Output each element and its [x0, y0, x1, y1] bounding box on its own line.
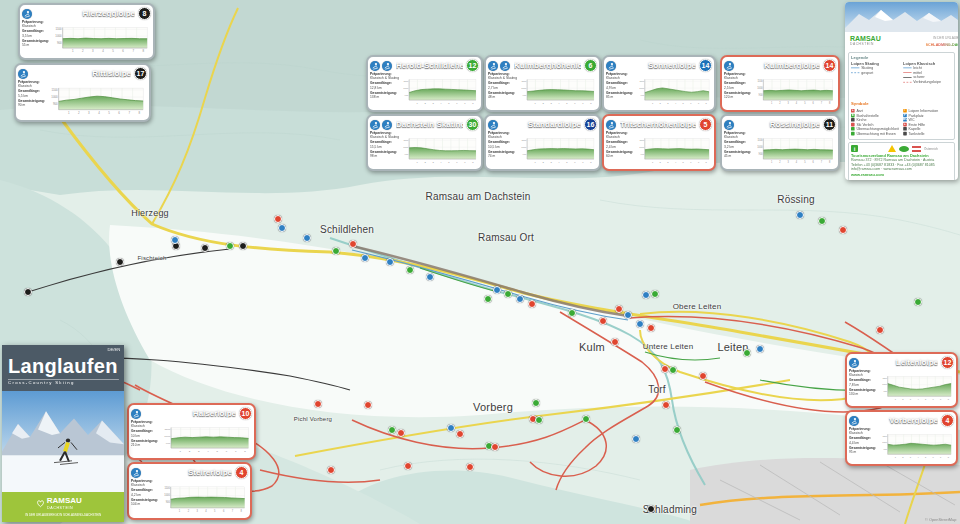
brand-strip: RAMSAU DACHSTEIN IN DER URLAUBSREGION SC…	[2, 492, 124, 522]
website: www.ramsau.com	[851, 172, 952, 176]
trail-marker	[839, 226, 847, 234]
skier-icon	[488, 120, 498, 130]
austria-label: Österreich	[924, 147, 938, 150]
trail-facts: Präparierung:Klassisch & Skating Gesamtl…	[370, 131, 403, 158]
card-header: Halserloipe 10	[131, 407, 252, 420]
trail-number-badge: 17	[134, 67, 147, 80]
svg-text:2: 2	[902, 456, 904, 458]
elevation-profile-chart: 11001000900 12345678	[521, 72, 597, 106]
svg-text:4: 4	[205, 509, 207, 513]
elevation-profile-chart: 11001000900 12345678	[639, 131, 712, 165]
skier-icon	[606, 120, 616, 130]
svg-text:5: 5	[566, 161, 568, 164]
svg-text:3: 3	[910, 398, 912, 400]
symbol-icon: +	[851, 109, 855, 113]
trail-marker	[673, 426, 681, 434]
place-label: Torf	[648, 384, 665, 395]
poster-subtitle: Cross-Country Skiing	[8, 379, 119, 385]
svg-text:7: 7	[128, 111, 130, 115]
trail-marker	[756, 345, 764, 353]
svg-text:3: 3	[550, 161, 552, 164]
skier-icon	[724, 120, 734, 130]
line-sample	[903, 72, 911, 73]
symbol-icon	[851, 127, 855, 131]
svg-text:6: 6	[690, 161, 692, 164]
svg-text:1: 1	[72, 49, 74, 53]
svg-text:4: 4	[917, 398, 919, 400]
map-poster: HierzeggFischteichSchildlehenRamsau am D…	[0, 0, 960, 524]
svg-text:900: 900	[640, 153, 644, 156]
line-sample	[851, 72, 859, 73]
svg-text:900: 900	[640, 94, 644, 97]
svg-text:6: 6	[574, 102, 576, 105]
trail-facts: Präparierung:Klassisch Gesamtlänge:7,8 k…	[849, 369, 882, 396]
svg-text:8: 8	[590, 161, 592, 164]
svg-text:5: 5	[448, 161, 450, 164]
svg-text:1100: 1100	[639, 139, 644, 142]
skier-icon	[18, 69, 28, 79]
symbol-icon	[851, 118, 855, 122]
trail-marker	[332, 247, 340, 255]
trail-marker	[504, 290, 512, 298]
trail-number-badge: 12	[466, 59, 479, 72]
svg-text:7: 7	[698, 102, 700, 105]
trail-marker	[647, 324, 655, 332]
trail-marker	[24, 288, 32, 296]
poster-title: Langlaufen	[8, 355, 118, 378]
elevation-profile-chart: 11001000900 12345678	[757, 131, 836, 165]
trail-facts: Präparierung:Klassisch & Skating Gesamtl…	[370, 72, 403, 99]
trail-marker	[818, 217, 826, 225]
svg-text:2: 2	[660, 161, 662, 164]
place-label: Schildlehen	[320, 224, 374, 235]
svg-text:2: 2	[189, 449, 191, 453]
place-label: Kulm	[579, 341, 605, 353]
trail-marker	[466, 463, 474, 471]
svg-text:1: 1	[771, 161, 773, 164]
svg-text:8: 8	[948, 398, 950, 400]
trail-marker	[456, 430, 464, 438]
svg-text:1: 1	[180, 449, 182, 453]
svg-text:8: 8	[590, 102, 592, 105]
svg-text:6: 6	[933, 398, 935, 400]
klassisch-title: Loipen Klassisch	[903, 61, 951, 65]
trail-marker	[388, 426, 396, 434]
svg-text:4: 4	[440, 161, 442, 164]
trail-card-tritscher: Tritscherhöhenloipe 5 Präparierung:Klass…	[602, 114, 716, 171]
skier-icon	[131, 409, 141, 419]
card-header: Herold-Schildlehen 12	[370, 59, 479, 72]
trail-number-badge: 8	[138, 7, 151, 20]
svg-text:1000: 1000	[51, 95, 58, 99]
elevation-profile-chart: 11001000900 12345678	[403, 72, 479, 106]
trail-name: Rössingloipe	[738, 120, 820, 129]
trail-card-hierzegg: Hierzeggloipe 8 Präparierung:Klassisch G…	[18, 3, 155, 60]
trail-marker	[426, 273, 434, 281]
place-label: Hierzegg	[131, 208, 169, 218]
svg-text:7: 7	[821, 161, 823, 164]
trail-name: Steirerloipe	[145, 468, 232, 477]
skier-icon	[370, 61, 380, 71]
svg-text:3: 3	[667, 102, 669, 105]
trail-marker	[599, 317, 607, 325]
svg-text:4: 4	[675, 102, 677, 105]
svg-text:8: 8	[829, 102, 831, 105]
trail-number-badge: 30	[466, 118, 479, 131]
trail-marker	[274, 215, 282, 223]
svg-text:900: 900	[883, 448, 887, 450]
svg-text:6: 6	[456, 102, 458, 105]
trail-marker	[201, 244, 209, 252]
skier-icon	[849, 358, 859, 368]
trail-card-kulmberg: Kulmbergloipe 14 Präparierung:Klassisch …	[720, 55, 840, 112]
svg-text:1000: 1000	[521, 87, 527, 90]
trail-name: Dachstein Skating	[396, 120, 463, 129]
line-sample	[851, 67, 859, 68]
svg-text:900: 900	[166, 500, 171, 504]
legend-brand-row: RAMSAU DACHSTEIN IN DER URLAUBSREGION SC…	[845, 32, 958, 51]
svg-text:5: 5	[448, 102, 450, 105]
title-header: DE/EN Langlaufen Cross-Country Skiing	[2, 345, 124, 391]
svg-text:4: 4	[558, 102, 560, 105]
trail-marker	[364, 401, 372, 409]
trail-marker	[239, 242, 247, 250]
svg-text:2: 2	[78, 111, 80, 115]
trail-card-standard: Standardloipe 16 Präparierung:Klassisch …	[484, 114, 601, 171]
trail-marker	[532, 399, 540, 407]
